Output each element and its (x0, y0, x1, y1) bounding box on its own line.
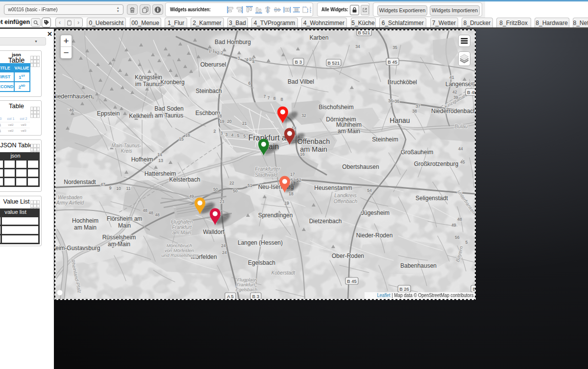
svg-text:Steinheim: Steinheim (372, 136, 398, 143)
svg-text:37: 37 (416, 104, 420, 109)
svg-text:42: 42 (452, 90, 457, 94)
svg-text:16: 16 (185, 133, 190, 138)
svg-text:Rüsselsheim: Rüsselsheim (102, 234, 136, 241)
svg-text:Main: Main (118, 222, 131, 229)
svg-text:Langen (Hessen): Langen (Hessen) (238, 239, 283, 246)
svg-text:5: 5 (466, 240, 468, 245)
svg-text:Army Airfield: Army Airfield (56, 200, 84, 206)
svg-text:49: 49 (189, 194, 194, 199)
svg-text:Mühlheim: Mühlheim (336, 121, 362, 128)
svg-text:Kelkheim: Kelkheim (129, 113, 153, 119)
svg-text:8: 8 (273, 96, 276, 101)
svg-text:B 45: B 45 (467, 90, 475, 95)
svg-text:Oberursel: Oberursel (200, 61, 226, 68)
svg-text:Kelsterbach: Kelsterbach (169, 176, 200, 183)
svg-text:Frankfurt: Frankfurt (172, 225, 192, 230)
svg-text:Eppstein: Eppstein (97, 110, 120, 117)
svg-text:im Taunus: im Taunus (135, 81, 162, 88)
svg-text:B 521: B 521 (328, 60, 340, 66)
svg-text:und Rüsselsheim: und Rüsselsheim (162, 253, 197, 258)
svg-text:14: 14 (157, 152, 162, 157)
svg-text:18: 18 (217, 114, 222, 118)
svg-text:Niederrodenbach: Niederrodenbach (431, 108, 475, 115)
svg-text:15: 15 (179, 137, 184, 141)
svg-text:Eschborn: Eschborn (196, 110, 220, 116)
svg-text:3: 3 (220, 131, 223, 136)
svg-text:20: 20 (227, 119, 232, 124)
svg-text:56: 56 (455, 235, 460, 240)
svg-text:A 5: A 5 (227, 294, 234, 299)
svg-text:8: 8 (281, 97, 283, 102)
svg-text:23: 23 (220, 199, 224, 204)
svg-text:Wiesbaden: Wiesbaden (58, 195, 82, 200)
svg-text:B 3: B 3 (295, 59, 302, 65)
svg-text:Kronberg: Kronberg (160, 79, 184, 86)
svg-text:45: 45 (460, 160, 465, 164)
svg-text:36: 36 (394, 99, 399, 104)
svg-text:Bulau: Bulau (455, 123, 468, 129)
svg-text:2-2: 2-2 (217, 50, 223, 55)
svg-text:49: 49 (451, 223, 456, 228)
svg-text:9: 9 (109, 185, 112, 190)
svg-text:Koberstadt: Koberstadt (271, 270, 296, 276)
svg-text:B 45: B 45 (388, 59, 397, 65)
svg-text:Offenbach: Offenbach (334, 198, 358, 204)
svg-text:Landkreis: Landkreis (334, 192, 357, 198)
svg-text:Main-Taunus-: Main-Taunus- (112, 143, 142, 148)
svg-text:39: 39 (453, 95, 458, 100)
svg-text:Kreis: Kreis (121, 148, 132, 154)
svg-text:22: 22 (229, 181, 234, 185)
svg-text:am Main: am Main (108, 241, 130, 248)
svg-text:21: 21 (242, 121, 247, 126)
svg-text:16: 16 (300, 152, 305, 157)
svg-text:3: 3 (225, 132, 228, 137)
svg-text:1-1: 1-1 (209, 48, 215, 53)
svg-text:34: 34 (355, 44, 360, 49)
svg-text:48: 48 (143, 208, 147, 213)
svg-text:Egelsbach: Egelsbach (236, 287, 257, 292)
svg-text:13: 13 (158, 158, 163, 163)
svg-text:B 3: B 3 (252, 294, 259, 299)
svg-text:48: 48 (457, 217, 462, 222)
svg-text:am Main: am Main (338, 128, 360, 135)
svg-text:Großauheim: Großauheim (401, 149, 434, 156)
svg-text:50: 50 (233, 188, 238, 193)
svg-text:Bad Soden: Bad Soden (154, 105, 183, 112)
svg-text:Babenhausen: Babenhausen (400, 262, 437, 269)
svg-text:Hochheim: Hochheim (72, 217, 98, 224)
svg-text:4: 4 (231, 133, 234, 138)
svg-text:48: 48 (148, 210, 153, 215)
svg-text:24: 24 (221, 243, 226, 248)
svg-text:24: 24 (222, 250, 227, 255)
svg-text:am Main: am Main (172, 230, 192, 235)
svg-text:44: 44 (458, 146, 463, 151)
svg-text:B 45: B 45 (347, 278, 357, 284)
svg-text:Nieder-Roden: Nieder-Roden (356, 232, 393, 239)
svg-text:51: 51 (247, 183, 252, 188)
svg-text:5: 5 (237, 133, 240, 138)
svg-text:4: 4 (252, 59, 255, 64)
svg-text:Frankfurter: Frankfurter (255, 166, 280, 172)
svg-text:Flughafen: Flughafen (171, 219, 193, 225)
svg-text:11: 11 (126, 186, 131, 191)
svg-text:50: 50 (213, 187, 218, 192)
svg-text:Nordenstadt: Nordenstadt (64, 179, 96, 185)
svg-text:46: 46 (69, 108, 74, 113)
svg-text:Bad Homburg: Bad Homburg (215, 39, 251, 46)
svg-text:Großkrotzenburg: Großkrotzenburg (414, 161, 459, 167)
svg-text:Niedernhausen: Niedernhausen (55, 93, 92, 100)
svg-text:10: 10 (116, 186, 121, 191)
svg-text:5: 5 (244, 134, 246, 138)
svg-text:B: B (473, 286, 475, 292)
svg-text:Königstein: Königstein (135, 74, 162, 81)
svg-text:32: 32 (301, 113, 306, 118)
svg-text:Seligenstadt: Seligenstadt (416, 195, 448, 202)
svg-text:41: 41 (449, 75, 454, 80)
svg-text:Obertshausen: Obertshausen (342, 163, 379, 170)
svg-text:47: 47 (100, 182, 105, 187)
svg-text:7: 7 (264, 94, 266, 99)
svg-text:40: 40 (470, 81, 475, 86)
svg-text:Ober-Roden: Ober-Roden (332, 253, 364, 259)
svg-text:Stadtwald: Stadtwald (255, 172, 278, 178)
svg-text:17: 17 (290, 172, 295, 177)
